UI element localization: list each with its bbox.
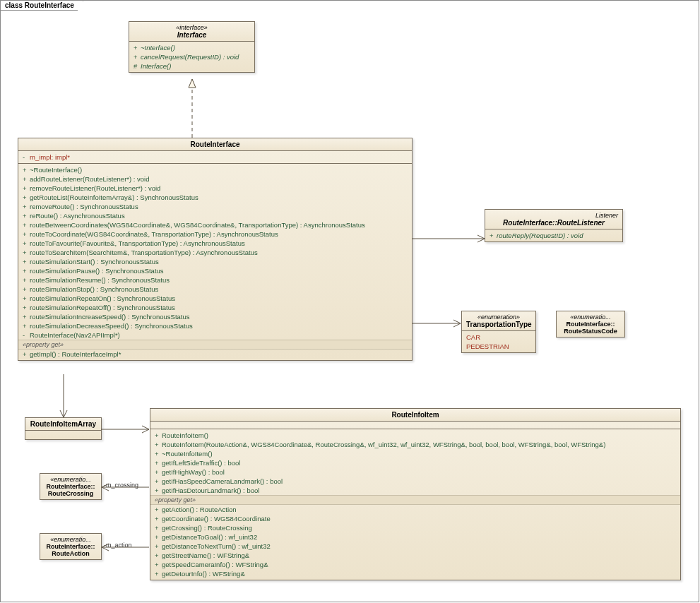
class-interface: «interface» Interface +~Interface() +can… xyxy=(129,21,255,73)
class-transportation-type: «enumeration» TransportationType CAR PED… xyxy=(461,311,536,353)
class-title: RouteInfoItem xyxy=(150,409,680,422)
class-title: «enumeration» TransportationType xyxy=(462,311,535,331)
ops-section: +RouteInfoItem() +RouteInfoItem(RouteAct… xyxy=(150,429,680,580)
class-title: «enumeratio... RouteInterface:: RouteSta… xyxy=(557,311,624,337)
attrs-section: -m_impl: impl* xyxy=(18,151,412,164)
assoc-label-m-crossing: -m_crossing xyxy=(104,482,138,489)
class-route-listener: Listener RouteInterface::RouteListener +… xyxy=(485,209,623,242)
uml-diagram: class RouteInterface «interface» Interfa… xyxy=(0,0,700,603)
class-title: «enumeratio... RouteInterface:: RouteCro… xyxy=(40,474,101,499)
class-title: «interface» Interface xyxy=(129,22,254,42)
class-title: «enumeratio... RouteInterface:: RouteAct… xyxy=(40,534,101,559)
ops-section: +~Interface() +cancelRequest(RequestID) … xyxy=(129,42,254,72)
class-route-interface: RouteInterface -m_impl: impl* +~RouteInt… xyxy=(18,138,413,361)
class-title: RouteInterface xyxy=(18,138,412,151)
class-route-status-code: «enumeratio... RouteInterface:: RouteSta… xyxy=(556,311,625,338)
class-route-action: «enumeratio... RouteInterface:: RouteAct… xyxy=(40,533,102,560)
class-route-crossing: «enumeratio... RouteInterface:: RouteCro… xyxy=(40,473,102,500)
class-title: Listener RouteInterface::RouteListener xyxy=(485,210,622,229)
class-route-info-item-array: RouteInfoItemArray xyxy=(25,417,102,440)
ops-section: +routeReply(RequestID) : void xyxy=(485,229,622,241)
assoc-label-m-action: -m_action xyxy=(104,542,132,549)
ops-section: +~RouteInterface() +addRouteListener(Rou… xyxy=(18,164,412,360)
literals-section: CAR PEDESTRIAN xyxy=(462,331,535,352)
class-route-info-item: RouteInfoItem +RouteInfoItem() +RouteInf… xyxy=(150,408,681,580)
class-title: RouteInfoItemArray xyxy=(25,418,101,431)
frame-title: class RouteInterface xyxy=(1,1,83,11)
